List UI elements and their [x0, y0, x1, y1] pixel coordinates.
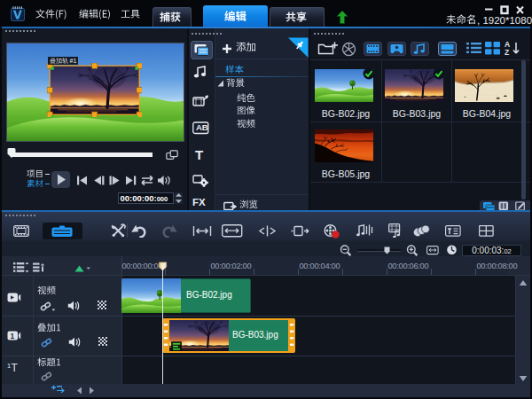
svg-text:Z: Z: [505, 48, 509, 57]
svg-text:T: T: [12, 362, 19, 373]
svg-text:1: 1: [11, 332, 15, 340]
